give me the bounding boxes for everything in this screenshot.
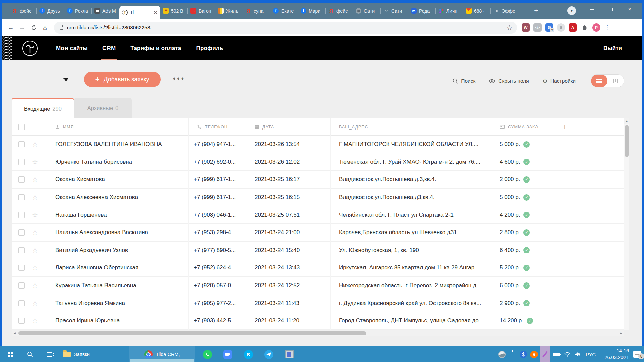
star-icon[interactable]: ☆ (32, 317, 38, 325)
row-checkbox[interactable] (18, 212, 25, 218)
clock[interactable]: 14:16 26.03.2021 (600, 346, 629, 362)
row-checkbox[interactable] (18, 141, 25, 147)
view-toggle[interactable] (591, 74, 624, 87)
media-player-button[interactable] (282, 346, 297, 362)
star-icon[interactable]: ☆ (32, 140, 38, 148)
table-row[interactable]: ☆Оксана Алексеевна Хисматова+7 (999) 617… (12, 189, 624, 206)
sum-cell[interactable]: 6 000 р.✓ (491, 277, 554, 295)
sum-cell[interactable]: 4 600 р.✓ (491, 153, 554, 171)
star-icon[interactable]: ☆ (32, 299, 38, 307)
back-button[interactable]: ← (5, 22, 16, 33)
table-row[interactable]: ☆Юрченко Татьяна борисовна+7 (902) 692-0… (12, 153, 624, 171)
browser-tab[interactable]: fДрузь (37, 3, 64, 19)
tab-inbox[interactable]: Входящие290 (12, 98, 74, 118)
address-cell[interactable]: Нижегородская область. г Перевоз. 2 микр… (331, 277, 491, 295)
bookmark-star-icon[interactable]: ☆ (507, 24, 512, 31)
phone-cell[interactable]: +7 (902) 692-0... (189, 153, 246, 171)
name-cell[interactable]: Татьяна Игоревна Ямкина (47, 294, 189, 312)
tray-launcher-icon[interactable] (497, 346, 507, 362)
search-button[interactable]: Поиск (453, 78, 475, 84)
table-row[interactable]: ☆ГОЛЕГУЗОВА ВАЛЕНТИНА ИВАНОВНА+7 (904) 9… (12, 136, 624, 153)
star-icon[interactable]: ☆ (32, 281, 38, 290)
date-cell[interactable]: 2021-03-24 21:00 (246, 224, 331, 242)
word-extension-icon[interactable]: W (522, 23, 530, 32)
browser-tab[interactable]: Сати (353, 3, 381, 19)
table-row[interactable]: ☆Куракина Татьяна Васильевна+7 (920) 057… (12, 277, 624, 295)
phone-cell[interactable]: +7 (953) 298-4... (189, 224, 246, 242)
forward-button[interactable]: → (16, 22, 28, 33)
row-checkbox[interactable] (18, 176, 25, 183)
horizontal-scrollbar[interactable]: ◄ ► (12, 330, 624, 336)
logout-button[interactable]: Выйти (603, 45, 622, 52)
column-header-address[interactable]: ВАШ_АДРЕС (331, 118, 491, 136)
nav-item-profile[interactable]: Профиль (196, 36, 223, 60)
column-header-phone[interactable]: ТЕЛЕФОН (189, 118, 246, 136)
tray-pen-icon[interactable] (540, 346, 550, 362)
browser-tab[interactable]: Ads M (92, 3, 119, 19)
maximize-button[interactable] (601, 3, 620, 16)
vertical-scroll-thumb[interactable] (625, 125, 629, 157)
row-checkbox[interactable] (18, 247, 25, 253)
row-checkbox[interactable] (18, 318, 25, 324)
tray-usb-icon[interactable] (508, 346, 518, 362)
browser-tab[interactable]: →Вагон (188, 3, 215, 19)
browser-tab[interactable]: Жиль (215, 3, 243, 19)
tilda-logo[interactable] (21, 40, 39, 57)
date-cell[interactable]: 2021-03-24 15:40 (246, 242, 331, 259)
address-cell[interactable]: Владивосток,ул.Постышева,д3,кв.4. (331, 189, 491, 206)
address-bar[interactable]: crm.tilda.cc/lists/?listid=2808062258 ☆ (54, 22, 517, 34)
name-cell[interactable]: Оксана Алексеевна Хисматова (47, 189, 189, 206)
browser-tab[interactable]: 502 В (160, 3, 188, 19)
tray-wifi-icon[interactable] (562, 346, 572, 362)
star-icon[interactable]: ☆ (32, 175, 38, 184)
phone-cell[interactable]: +7 (999) 617-1... (189, 189, 246, 206)
phone-cell[interactable]: +7 (904) 947-1... (189, 136, 246, 153)
extensions-puzzle-icon[interactable] (581, 23, 589, 32)
phone-cell[interactable]: +7 (920) 057-0... (189, 277, 246, 295)
acrobat-extension-icon[interactable]: A (569, 23, 577, 32)
sum-cell[interactable]: 5 000 р.✓ (491, 189, 554, 206)
phone-cell[interactable]: +7 (999) 617-1... (189, 171, 246, 189)
sum-cell[interactable]: 5 000 р.✓ (491, 136, 554, 153)
nav-item-tariffs[interactable]: Тарифы и оплата (130, 36, 181, 60)
name-cell[interactable]: Куракина Татьяна Васильевна (47, 277, 189, 295)
tray-battery-icon[interactable] (551, 346, 562, 362)
date-cell[interactable]: 2021-03-25 16:15 (246, 189, 331, 206)
phone-cell[interactable]: +7 (977) 890-5... (189, 242, 246, 259)
home-button[interactable]: ⌂ (39, 22, 51, 33)
browser-tab[interactable]: Яфейс (326, 3, 353, 19)
table-row[interactable]: ☆Виталий Аркадьевич Узлов+7 (977) 890-5.… (12, 242, 624, 259)
add-column-button[interactable]: + (554, 118, 624, 136)
address-cell[interactable]: Город Ставрополь, ДНТ Импульс, улица Сад… (331, 312, 491, 330)
minimize-button[interactable] (583, 3, 601, 16)
address-cell[interactable]: г. Дудинка Красноярский край ул. Островс… (331, 294, 491, 312)
kanban-view-button[interactable] (607, 75, 624, 87)
table-row[interactable]: ☆Татьяна Игоревна Ямкина+7 (905) 977-2..… (12, 294, 624, 312)
date-cell[interactable]: 2021-03-24 13:43 (246, 259, 331, 277)
settings-button[interactable]: ⚙ Настройки (543, 78, 576, 84)
star-icon[interactable]: ☆ (32, 193, 38, 201)
name-cell[interactable]: Прасол Ирина Юрьевна (47, 312, 189, 330)
sum-cell[interactable]: 5 200 р.✓ (491, 259, 554, 277)
zoom-button[interactable] (220, 346, 235, 362)
name-cell[interactable]: Юрченко Татьяна борисовна (47, 153, 189, 171)
row-checkbox[interactable] (18, 265, 25, 271)
phone-cell[interactable]: +7 (952) 624-4... (189, 259, 246, 277)
profile-avatar[interactable]: P (592, 23, 600, 32)
tray-bluetooth-icon[interactable] (518, 346, 528, 362)
address-cell[interactable]: Челябинская обл. Г. Пласт ул Спартака 2-… (331, 206, 491, 224)
column-header-name[interactable]: ИМЯ (47, 118, 189, 136)
browser-tab[interactable]: Личн (436, 3, 463, 19)
vertical-scrollbar[interactable]: ▲ (624, 118, 629, 330)
more-actions-button[interactable]: ••• (173, 74, 185, 83)
chrome-taskbar-button[interactable]: Tilda CRM, (129, 346, 195, 362)
tab-archive[interactable]: Архивные0 (74, 98, 132, 118)
name-cell[interactable]: Виталий Аркадьевич Узлов (47, 242, 189, 259)
sum-cell[interactable]: 6 400 р.✓ (491, 242, 554, 259)
scroll-left-arrow[interactable]: ◄ (12, 331, 18, 335)
date-cell[interactable]: 2021-03-26 13:54 (246, 136, 331, 153)
close-window-button[interactable]: × (620, 3, 639, 16)
table-row[interactable]: ☆Лариса Ивановна Обертинская+7 (952) 624… (12, 259, 624, 277)
list-selector-dropdown[interactable] (14, 74, 68, 85)
tray-volume-icon[interactable] (573, 346, 583, 362)
